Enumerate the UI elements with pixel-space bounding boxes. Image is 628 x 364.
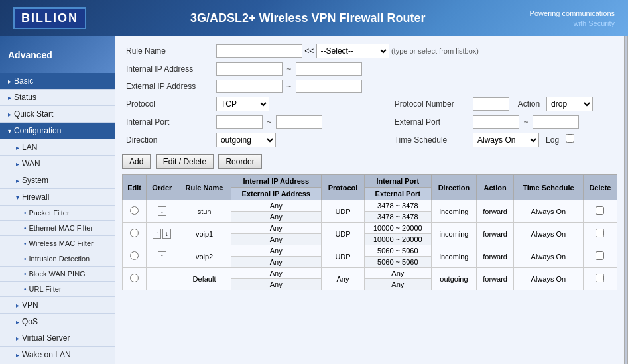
sidebar-item-wireless-mac-filter[interactable]: •Wireless MAC Filter [0, 236, 115, 251]
page-title: 3G/ADSL2+ Wireless VPN Firewall Router [86, 11, 530, 25]
table-row-rulename-2: voip2 [178, 245, 231, 268]
protocol-select[interactable]: TCPUDPICMPAny [216, 97, 269, 111]
protocol-number-input[interactable] [473, 97, 509, 111]
table-row-internal-ip-2: Any [231, 245, 321, 257]
col-time-schedule: Time Schedule [513, 175, 583, 200]
external-ip-tilde: ~ [284, 82, 293, 91]
table-row-external-ip-1: Any [231, 234, 321, 245]
table-row-action-2: forward [477, 245, 513, 268]
table-row-rulename-0: stun [178, 200, 231, 223]
col-protocol: Protocol [321, 175, 364, 200]
direction-select[interactable]: outgoingincoming [216, 133, 276, 147]
log-checkbox[interactable] [566, 134, 574, 143]
table-row-delete-1[interactable] [583, 223, 617, 245]
sidebar-item-system[interactable]: ▸System [0, 172, 115, 189]
table-row-delete-2[interactable] [583, 245, 617, 268]
sidebar-item-virtual-server[interactable]: ▸Virtual Server [0, 330, 115, 347]
scrollbar[interactable] [624, 36, 628, 364]
sidebar-item-wan[interactable]: ▸WAN [0, 156, 115, 172]
table-row-direction-1: incoming [431, 223, 477, 245]
table-row-radio-1[interactable] [123, 223, 147, 245]
external-port-from[interactable] [473, 115, 519, 129]
page-header: BILLION 3G/ADSL2+ Wireless VPN Firewall … [0, 0, 628, 36]
internal-ip-from[interactable] [216, 62, 283, 76]
table-row-order-3 [147, 268, 178, 290]
table-row-direction-0: incoming [431, 200, 477, 223]
sidebar-item-configuration[interactable]: ▾Configuration [0, 123, 115, 139]
external-ip-to[interactable] [296, 80, 362, 93]
table-row-protocol-3: Any [321, 268, 364, 290]
col-action: Action [477, 175, 513, 200]
external-port-label: External Port [391, 113, 469, 131]
action-select[interactable]: dropforwardreject [546, 97, 593, 111]
table-row-direction-2: incoming [431, 245, 477, 268]
table-row-external-port-2: 5060 ~ 5060 [365, 257, 431, 268]
protocol-label: Protocol [122, 95, 212, 113]
external-port-to[interactable] [533, 115, 579, 129]
table-row-protocol-2: UDP [321, 245, 364, 268]
edit-delete-button[interactable]: Edit / Delete [156, 154, 214, 169]
table-row-internal-ip-1: Any [231, 223, 321, 234]
sidebar: Advanced ▸Basic ▸Status ▸Quick Start ▾Co… [0, 36, 115, 364]
sidebar-advanced-label: Advanced [8, 50, 52, 60]
internal-port-from[interactable] [216, 115, 263, 129]
logo: BILLION [13, 7, 86, 29]
table-row-external-ip-2: Any [231, 257, 321, 268]
table-row-timeschedule-2: Always On [513, 245, 583, 268]
rule-name-input[interactable] [216, 44, 302, 58]
table-row-radio-3[interactable] [123, 268, 147, 290]
sidebar-item-qos[interactable]: ▸QoS [0, 314, 115, 330]
sidebar-item-block-wan-ping[interactable]: •Block WAN PING [0, 267, 115, 282]
external-port-tilde: ~ [521, 117, 530, 127]
sidebar-item-quickstart[interactable]: ▸Quick Start [0, 106, 115, 123]
table-row-order-1: ↑↓ [147, 223, 178, 245]
action-label: Action [518, 99, 540, 109]
internal-port-label: Internal Port [122, 113, 212, 131]
table-row-action-3: forward [477, 268, 513, 290]
table-row-delete-0[interactable] [583, 200, 617, 223]
sidebar-item-ethernet-mac-filter[interactable]: •Ethernet MAC Filter [0, 221, 115, 236]
table-row-radio-0[interactable] [123, 200, 147, 223]
content-area: Rule Name << --Select-- (type or select … [115, 36, 624, 364]
sidebar-item-wake-on-lan[interactable]: ▸Wake on LAN [0, 347, 115, 363]
internal-port-tilde: ~ [265, 117, 273, 127]
time-schedule-select[interactable]: Always On [473, 133, 539, 147]
reorder-button[interactable]: Reorder [218, 154, 261, 169]
order-down-btn-1[interactable]: ↓ [162, 229, 171, 239]
table-row-internal-port-1: 10000 ~ 20000 [365, 223, 431, 234]
internal-ip-label: Internal IP Address [122, 60, 212, 78]
sidebar-item-status[interactable]: ▸Status [0, 90, 115, 106]
table-row-radio-2[interactable] [123, 245, 147, 268]
internal-port-to[interactable] [276, 115, 322, 129]
sidebar-item-url-filter[interactable]: •URL Filter [0, 282, 115, 297]
table-row-internal-port-2: 5060 ~ 5060 [365, 245, 431, 257]
order-up-btn-2[interactable]: ↑ [158, 251, 166, 261]
table-row-timeschedule-3: Always On [513, 268, 583, 290]
order-up-btn-1[interactable]: ↑ [153, 229, 161, 239]
col-internal-port: Internal Port [365, 175, 431, 188]
col-external-ip: External IP Address [231, 188, 321, 200]
add-button[interactable]: Add [122, 154, 151, 169]
external-ip-from[interactable] [216, 80, 283, 93]
table-row-external-port-3: Any [365, 279, 431, 290]
table-row-order-0: ↓ [147, 200, 178, 223]
sidebar-item-basic[interactable]: ▸Basic [0, 73, 115, 90]
rule-name-select[interactable]: --Select-- [316, 44, 389, 58]
sidebar-item-vpn[interactable]: ▸VPN [0, 297, 115, 314]
table-row-delete-3[interactable] [583, 268, 617, 290]
table-row-action-0: forward [477, 200, 513, 223]
sidebar-item-packet-filter[interactable]: •Packet Filter [0, 206, 115, 221]
sidebar-item-lan[interactable]: ▸LAN [0, 139, 115, 156]
col-delete: Delete [583, 175, 617, 200]
table-row-external-ip-3: Any [231, 279, 321, 290]
col-rule-name: Rule Name [178, 175, 231, 200]
order-down-btn-0[interactable]: ↓ [158, 206, 166, 216]
table-row-order-2: ↑ [147, 245, 178, 268]
sidebar-item-intrusion-detection[interactable]: •Intrusion Detection [0, 251, 115, 267]
table-row-internal-port-0: 3478 ~ 3478 [365, 200, 431, 212]
sidebar-item-firewall[interactable]: ▾Firewall [0, 189, 115, 206]
table-row-internal-ip-3: Any [231, 268, 321, 279]
table-row-protocol-1: UDP [321, 223, 364, 245]
internal-ip-to[interactable] [296, 62, 362, 76]
main-container: Advanced ▸Basic ▸Status ▸Quick Start ▾Co… [0, 36, 628, 364]
